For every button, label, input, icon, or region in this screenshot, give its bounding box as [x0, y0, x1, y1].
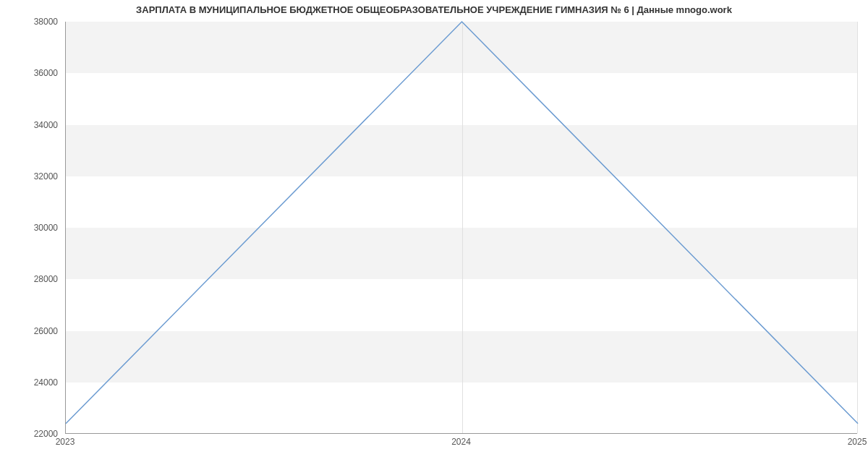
y-tick-label: 30000: [0, 223, 58, 233]
y-tick-label: 26000: [0, 326, 58, 336]
x-tick-label: 2024: [451, 437, 471, 447]
x-tick-label: 2023: [56, 437, 75, 447]
line-series: [66, 22, 858, 434]
y-tick-label: 24000: [0, 377, 58, 388]
y-tick-label: 28000: [0, 274, 58, 284]
y-tick-label: 22000: [0, 429, 58, 439]
y-tick-label: 36000: [0, 68, 58, 78]
y-tick-label: 38000: [0, 17, 58, 27]
plot-area: [65, 22, 857, 434]
x-tick-label: 2025: [848, 437, 867, 447]
y-tick-label: 34000: [0, 120, 58, 130]
chart-title: ЗАРПЛАТА В МУНИЦИПАЛЬНОЕ БЮДЖЕТНОЕ ОБЩЕО…: [0, 4, 868, 15]
y-tick-label: 32000: [0, 171, 58, 181]
chart-container: ЗАРПЛАТА В МУНИЦИПАЛЬНОЕ БЮДЖЕТНОЕ ОБЩЕО…: [0, 0, 868, 470]
